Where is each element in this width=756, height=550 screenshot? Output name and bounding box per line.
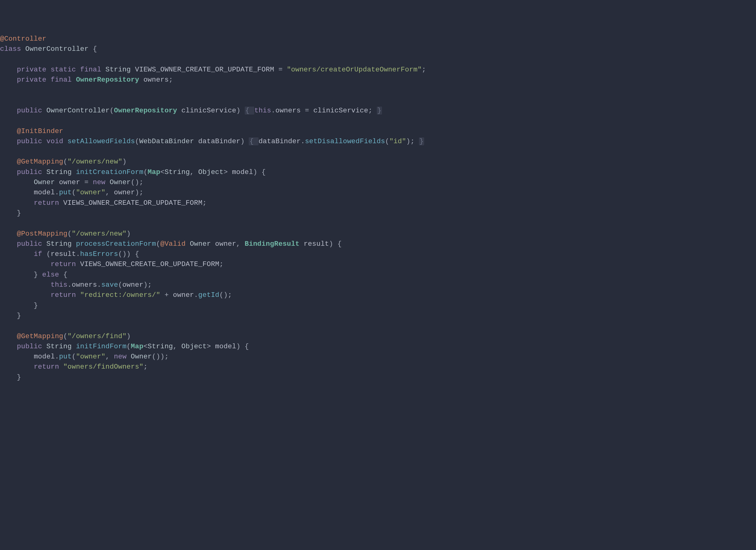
token-paren: ) (127, 230, 131, 238)
token-punct: . (271, 106, 275, 114)
token-punct (0, 199, 34, 207)
token-identifier: VIEWS_OWNER_CREATE_OR_UPDATE_FORM (63, 199, 203, 207)
token-paren: ( (118, 281, 123, 289)
token-keyword: if (34, 250, 42, 258)
token-punct (127, 353, 131, 361)
token-method: put (59, 353, 72, 361)
token-punct (300, 240, 304, 248)
token-keyword: public (17, 240, 42, 248)
token-paren: () (131, 178, 139, 186)
token-annotation: @Valid (160, 240, 186, 248)
token-keyword: return (34, 363, 59, 371)
token-identifier: model (34, 353, 55, 361)
token-punct (245, 137, 249, 145)
token-punct (0, 178, 34, 186)
code-line: @GetMapping("/owners/new") (0, 157, 756, 167)
token-punct (0, 250, 34, 258)
token-punct (131, 66, 135, 74)
token-punct: { (131, 250, 139, 258)
code-line: } else { (0, 270, 756, 280)
token-punct: { (89, 45, 97, 53)
token-identifier: model (232, 168, 253, 176)
token-method: initFindForm (76, 343, 127, 351)
token-punct: , (106, 188, 114, 196)
code-line: if (result.hasErrors()) { (0, 249, 756, 259)
code-line: public OwnerController(OwnerRepository c… (0, 106, 756, 116)
code-editor[interactable]: @Controllerclass OwnerController { priva… (0, 34, 756, 383)
token-paren: ( (110, 106, 114, 114)
token-punct (186, 240, 190, 248)
token-type-emph: OwnerRepository (114, 106, 177, 114)
token-method: initCreationForm (76, 168, 143, 176)
token-punct: = (80, 178, 93, 186)
token-string: "owners/findOwners" (63, 363, 143, 371)
token-punct (0, 332, 17, 340)
token-type: Owner (110, 178, 131, 186)
token-punct (76, 66, 80, 74)
token-identifier: clinicService (313, 106, 368, 114)
token-punct: ; (143, 363, 148, 371)
token-keyword: void (46, 137, 63, 145)
code-line: return "owners/findOwners"; (0, 362, 756, 372)
token-paren: ( (46, 250, 51, 258)
token-paren: ( (72, 188, 76, 196)
token-keyword: else (42, 271, 59, 279)
code-line (0, 218, 756, 228)
token-type: String (46, 168, 72, 176)
code-line: public String processCreationForm(@Valid… (0, 239, 756, 249)
token-punct: . (301, 137, 305, 145)
token-method: hasErrors (80, 250, 118, 258)
token-punct (0, 281, 50, 289)
token-punct (0, 106, 17, 114)
token-paren: ) (143, 281, 148, 289)
token-punct: ; (203, 199, 207, 207)
token-identifier: clinicService (181, 106, 236, 114)
code-line: public String initFindForm(Map<String, O… (0, 342, 756, 352)
token-identifier: VIEWS_OWNER_CREATE_OR_UPDATE_FORM (135, 66, 274, 74)
token-punct (0, 240, 17, 248)
token-punct (72, 168, 76, 176)
collapsed-block[interactable]: { (249, 137, 258, 145)
token-method: put (59, 188, 72, 196)
token-annotation: @PostMapping (17, 230, 67, 238)
collapsed-block-end[interactable]: } (419, 137, 424, 145)
token-punct (177, 106, 182, 114)
token-punct: = (274, 66, 287, 74)
token-punct: . (55, 353, 59, 361)
token-punct: ; (148, 281, 152, 289)
code-line: } (0, 311, 756, 321)
code-line: private static final String VIEWS_OWNER_… (0, 65, 756, 75)
token-paren: ( (135, 137, 139, 145)
token-keyword: return (50, 291, 76, 299)
code-line (0, 54, 756, 64)
token-string: "id" (389, 137, 406, 145)
collapsed-block[interactable]: { (245, 106, 254, 114)
token-punct (0, 230, 17, 238)
token-type: Owner (131, 353, 152, 361)
token-punct: ; (368, 106, 376, 114)
token-paren: ) (122, 158, 127, 166)
token-paren: () (152, 353, 160, 361)
collapsed-block-end[interactable]: } (377, 106, 382, 114)
token-punct: < (160, 168, 165, 176)
token-punct (0, 168, 17, 176)
token-punct: ; (164, 353, 169, 361)
token-punct (76, 260, 80, 268)
token-punct (211, 240, 215, 248)
token-punct: > (223, 168, 232, 176)
token-type: String (148, 343, 173, 351)
code-line: @Controller (0, 34, 756, 44)
code-line: } (0, 208, 756, 218)
token-punct (42, 106, 46, 114)
token-punct (106, 178, 110, 186)
token-keyword: private (17, 66, 46, 74)
token-identifier: owners (143, 76, 169, 84)
token-punct: ; (139, 188, 143, 196)
token-punct: < (143, 343, 148, 351)
code-line: @PostMapping("/owners/new") (0, 229, 756, 239)
token-string: "owner" (76, 188, 106, 196)
token-punct: ; (169, 76, 173, 84)
token-punct: { (257, 168, 266, 176)
token-paren: ) (135, 188, 139, 196)
token-keyword: new (93, 178, 105, 186)
